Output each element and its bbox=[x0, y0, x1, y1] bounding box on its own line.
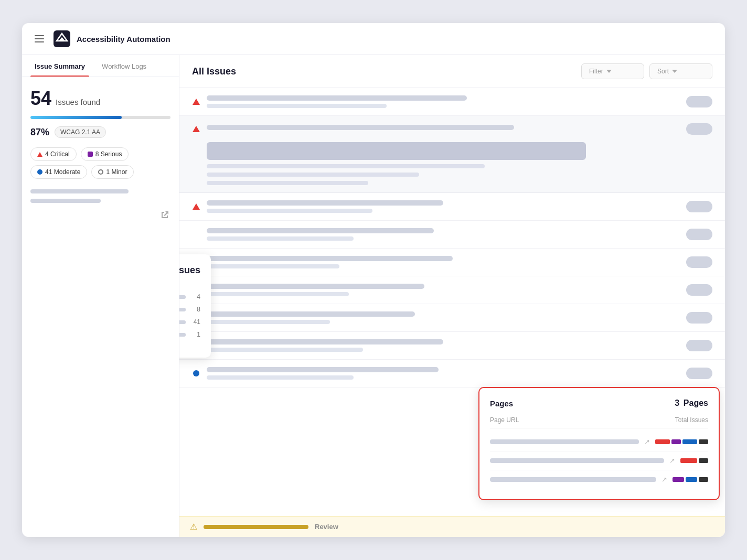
tag-moderate[interactable]: 41 Moderate bbox=[30, 165, 87, 179]
expanded-line-2 bbox=[207, 173, 419, 177]
issue-badge bbox=[686, 340, 712, 351]
logo-icon bbox=[54, 30, 70, 47]
sort-button[interactable]: Sort bbox=[649, 63, 712, 79]
issue-title-bar bbox=[207, 284, 424, 289]
page-issues-bars bbox=[680, 458, 708, 463]
panel-header: Most Severe 77 Issues bbox=[179, 265, 200, 276]
pages-title: Pages bbox=[490, 399, 513, 408]
issue-content bbox=[207, 256, 680, 268]
pages-count-number: 3 bbox=[675, 399, 679, 407]
col-url-label: Page URL bbox=[490, 416, 519, 424]
issue-sub-bar bbox=[207, 292, 349, 296]
menu-icon[interactable] bbox=[33, 31, 47, 46]
issue-badge bbox=[686, 96, 712, 107]
wcag-badge: WCAG 2.1 AA bbox=[55, 126, 106, 138]
filter-label: Filter bbox=[589, 68, 603, 75]
table-row[interactable] bbox=[179, 249, 725, 276]
issues-bar-blue bbox=[686, 477, 697, 482]
issues-progress-bar bbox=[30, 116, 170, 119]
filter-button[interactable]: Filter bbox=[581, 63, 644, 79]
issue-sub-bar bbox=[207, 375, 354, 380]
expanded-header[interactable] bbox=[179, 116, 725, 142]
issue-content bbox=[207, 228, 680, 241]
panel-count-label: Issues bbox=[179, 265, 200, 275]
legend-item-serious: 8 bbox=[179, 306, 200, 313]
issues-bar-red bbox=[680, 458, 697, 463]
col-issues-label: Total Issues bbox=[675, 416, 708, 424]
pages-count-label: Pages bbox=[684, 399, 708, 407]
app-header: Accessibility Automation bbox=[22, 23, 725, 55]
issue-content bbox=[207, 284, 680, 296]
all-issues-title: All Issues bbox=[192, 66, 236, 77]
serious-icon bbox=[88, 152, 93, 157]
page-row: ↗ bbox=[490, 433, 708, 451]
issues-number: 54 bbox=[30, 88, 51, 110]
issue-sub-bar bbox=[207, 236, 354, 241]
issue-badge bbox=[686, 123, 712, 135]
moderate-label: 41 Moderate bbox=[45, 168, 80, 176]
legend-serious-count: 8 bbox=[190, 306, 200, 313]
page-issues-bars bbox=[655, 439, 708, 444]
issue-badge bbox=[686, 256, 712, 268]
page-row: ↗ bbox=[490, 470, 708, 489]
issue-content bbox=[207, 200, 680, 213]
main-header: All Issues Filter Sort bbox=[179, 55, 725, 88]
sidebar: Issue Summary Workflow Logs 54 Issues fo… bbox=[22, 55, 179, 537]
issues-bar-purple bbox=[673, 477, 684, 482]
external-link-icon[interactable]: ↗ bbox=[644, 438, 650, 446]
table-row[interactable] bbox=[179, 360, 725, 387]
issues-bar-blue bbox=[682, 439, 697, 444]
issue-sub-bar bbox=[207, 209, 372, 213]
sidebar-tabs: Issue Summary Workflow Logs bbox=[22, 55, 179, 77]
issue-title-bar bbox=[207, 339, 443, 344]
tag-critical[interactable]: 4 Critical bbox=[30, 147, 77, 161]
issue-content bbox=[207, 311, 680, 324]
external-link-icon[interactable]: ↗ bbox=[661, 476, 667, 483]
export-icon[interactable] bbox=[159, 209, 170, 221]
legend-item-minor: 1 bbox=[179, 331, 200, 338]
bottom-bar: ⚠ Review bbox=[179, 516, 725, 537]
page-url-bar bbox=[490, 458, 664, 463]
critical-severity-icon bbox=[192, 125, 200, 133]
table-row[interactable] bbox=[179, 193, 725, 221]
sort-label: Sort bbox=[657, 68, 669, 75]
tag-minor[interactable]: 1 Minor bbox=[91, 165, 134, 179]
sidebar-bar-1 bbox=[30, 189, 129, 193]
issue-content bbox=[207, 367, 680, 380]
sidebar-bars bbox=[30, 189, 170, 203]
critical-icon bbox=[37, 152, 42, 157]
sidebar-export bbox=[30, 209, 170, 221]
tag-serious[interactable]: 8 Serious bbox=[81, 147, 129, 161]
score-row: 87% WCAG 2.1 AA bbox=[30, 126, 170, 138]
critical-severity-icon bbox=[192, 202, 200, 211]
issue-content bbox=[207, 339, 680, 352]
pages-count: 3 Pages bbox=[675, 399, 708, 408]
expanded-detail-bar bbox=[207, 142, 586, 160]
tab-workflow-logs[interactable]: Workflow Logs bbox=[98, 55, 151, 77]
minor-icon bbox=[98, 169, 103, 175]
legend-bar bbox=[179, 320, 186, 324]
table-row[interactable] bbox=[179, 221, 725, 249]
expanded-line-1 bbox=[207, 164, 485, 168]
content-area: Issue Summary Workflow Logs 54 Issues fo… bbox=[22, 55, 725, 537]
issues-bar-red bbox=[655, 439, 670, 444]
moderate-icon bbox=[37, 169, 42, 175]
issues-bar-dark bbox=[699, 439, 708, 444]
external-link-icon[interactable]: ↗ bbox=[669, 457, 675, 465]
tab-issue-summary[interactable]: Issue Summary bbox=[30, 55, 89, 77]
legend-critical-count: 4 bbox=[190, 293, 200, 300]
issue-sub-bar bbox=[207, 348, 363, 352]
table-row[interactable] bbox=[179, 276, 725, 304]
issues-count: 54 Issues found bbox=[30, 88, 170, 110]
issue-title-bar bbox=[207, 200, 443, 206]
issue-title-bar bbox=[207, 228, 434, 233]
table-row[interactable] bbox=[179, 304, 725, 332]
legend-moderate-count: 41 bbox=[190, 318, 200, 326]
issue-title-bar bbox=[207, 95, 467, 101]
table-row[interactable] bbox=[179, 332, 725, 360]
legend-item-moderate: 41 bbox=[179, 318, 200, 326]
pages-panel: Pages 3 Pages Page URL Total Issues ↗ bbox=[478, 387, 720, 500]
main-window: Accessibility Automation Issue Summary W… bbox=[22, 23, 725, 537]
table-row[interactable] bbox=[179, 88, 725, 116]
issue-badge bbox=[686, 368, 712, 379]
